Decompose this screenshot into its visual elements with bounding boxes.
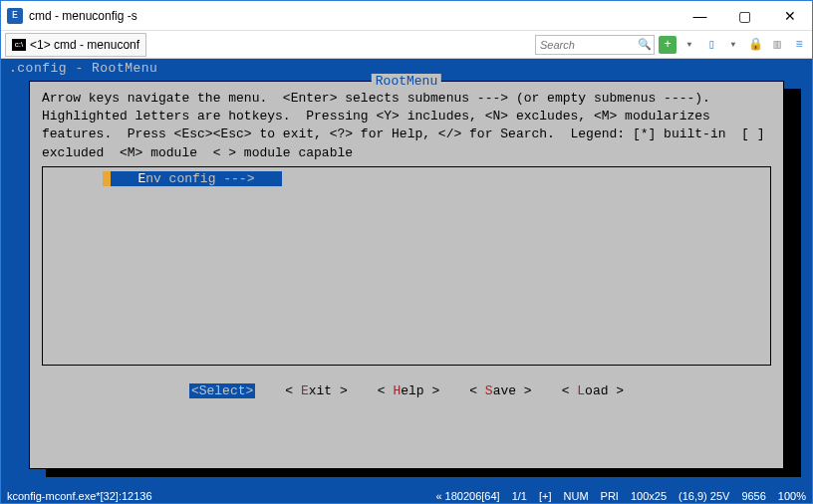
titlebar: E cmd - menuconfig -s — ▢ ✕ [1,1,812,31]
load-button[interactable]: < Load > [562,383,624,398]
status-num: NUM [564,490,589,502]
statusbar: kconfig-mconf.exe*[32]:12136 « 180206[64… [1,487,812,504]
tabbar-tools: 🔍 + ▼ ▯ ▼ 🔒 ▥ ≡ [535,35,808,55]
search-input[interactable] [535,35,655,55]
help-text: Arrow keys navigate the menu. <Enter> se… [30,82,783,166]
status-pri: PRI [601,490,619,502]
help-button[interactable]: < Help > [378,383,439,398]
grid-icon[interactable]: ▥ [768,36,786,54]
tab-cmd[interactable]: c:\ <1> cmd - menuconf [5,33,146,57]
status-cursor: (16,9) 25V [678,490,729,502]
menu-list: Env config ---> [42,166,771,366]
panel-icon[interactable]: ▯ [702,36,720,54]
terminal-icon: c:\ [12,39,26,51]
status-pid: 9656 [741,490,765,502]
save-button[interactable]: < Save > [469,383,531,398]
dialog-title: RootMenu [372,74,441,89]
status-zoom: 100% [778,490,806,502]
status-size: 100x25 [631,490,667,502]
search-icon: 🔍 [638,38,652,51]
search-wrap: 🔍 [535,35,655,55]
window-controls: — ▢ ✕ [678,1,812,31]
menu-icon[interactable]: ≡ [790,36,808,54]
add-button[interactable]: + [659,36,677,54]
menu-item-label: Env config ---> [111,171,282,186]
dropdown-icon[interactable]: ▼ [680,36,698,54]
dropdown2-icon[interactable]: ▼ [724,36,742,54]
button-row: <Select> < Exit > < Help > < Save > < Lo… [30,366,783,416]
lock-icon[interactable]: 🔒 [746,36,764,54]
exit-button[interactable]: < Exit > [285,383,347,398]
close-button[interactable]: ✕ [767,1,812,31]
window-title: cmd - menuconfig -s [29,9,678,23]
tabbar: c:\ <1> cmd - menuconf 🔍 + ▼ ▯ ▼ 🔒 ▥ ≡ [1,31,812,59]
maximize-button[interactable]: ▢ [722,1,767,31]
selection-marker [103,171,111,186]
select-button[interactable]: <Select> [189,383,255,398]
tab-label: <1> cmd - menuconf [30,38,139,52]
menu-item-env-config[interactable]: Env config ---> [103,171,282,186]
status-encoding: « 180206[64] [435,490,499,502]
minimize-button[interactable]: — [678,1,722,31]
app-icon: E [7,8,23,24]
status-process: kconfig-mconf.exe*[32]:12136 [7,490,423,502]
status-pos: 1/1 [512,490,527,502]
terminal-area: .config - RootMenu RootMenu Arrow keys n… [1,59,812,487]
menu-dialog: RootMenu Arrow keys navigate the menu. <… [29,81,784,469]
status-mode: [+] [539,490,552,502]
